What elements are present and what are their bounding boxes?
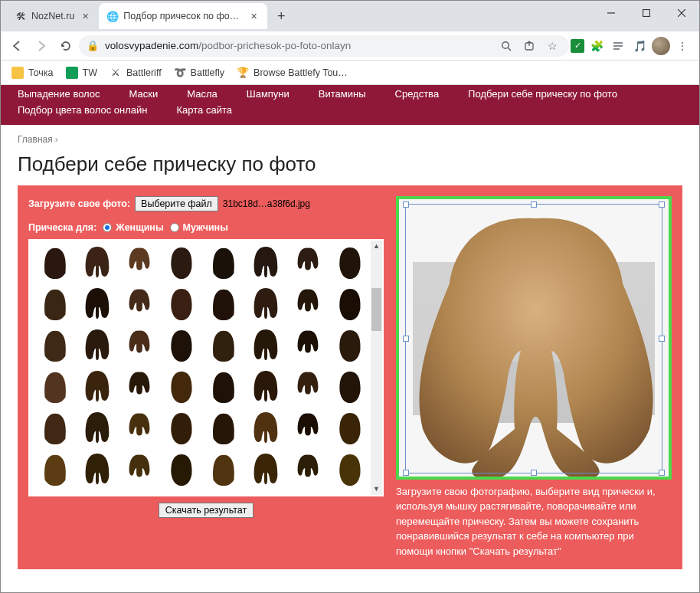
new-tab-button[interactable]: + xyxy=(270,5,292,27)
hairstyle-thumb[interactable] xyxy=(119,328,159,366)
breadcrumb: Главная› xyxy=(1,125,699,148)
maximize-button[interactable] xyxy=(629,1,664,25)
hairstyle-thumb[interactable] xyxy=(161,452,201,490)
reload-button[interactable] xyxy=(54,34,77,57)
hairstyle-thumb[interactable] xyxy=(161,245,201,283)
hairstyle-thumb[interactable] xyxy=(203,452,244,490)
hairstyle-overlay[interactable] xyxy=(407,207,660,480)
preview-area[interactable] xyxy=(396,196,672,480)
scrollbar[interactable]: ▲ ▼ xyxy=(371,241,382,495)
hairstyle-thumb[interactable] xyxy=(287,411,328,449)
back-button[interactable] xyxy=(5,34,28,57)
hairstyle-thumb[interactable] xyxy=(77,411,117,449)
hairstyle-thumb[interactable] xyxy=(161,287,201,325)
hairstyle-thumb[interactable] xyxy=(34,411,75,449)
page-content: Выпадение волос Маски Масла Шампуни Вита… xyxy=(1,85,699,592)
hairstyle-thumb[interactable] xyxy=(119,452,159,490)
nav-item[interactable]: Выпадение волос xyxy=(18,87,100,103)
hairstyle-thumb[interactable] xyxy=(77,452,117,490)
url-text: volosvypadenie.com/podbor-prichesok-po-f… xyxy=(105,40,491,51)
nav-item[interactable]: Подбери себе прическу по фото xyxy=(468,87,617,103)
hairstyle-thumb[interactable] xyxy=(329,452,370,490)
music-icon[interactable]: 🎵 xyxy=(630,37,649,55)
reading-list-icon[interactable] xyxy=(609,37,627,55)
tab-noznet[interactable]: 🛠 NozNet.ru ✕ xyxy=(7,3,99,29)
scroll-up-icon[interactable]: ▲ xyxy=(371,241,382,252)
hairstyle-thumb[interactable] xyxy=(34,245,75,283)
hairstyle-thumb[interactable] xyxy=(161,369,201,408)
close-window-button[interactable] xyxy=(664,1,699,25)
bookmark-tochka[interactable]: Точка xyxy=(7,64,58,82)
hairstyle-thumb[interactable] xyxy=(77,287,117,325)
hairstyle-thumb[interactable] xyxy=(119,245,159,283)
nav-item[interactable]: Витамины xyxy=(319,87,366,103)
scroll-thumb[interactable] xyxy=(371,288,381,331)
hairstyle-thumb[interactable] xyxy=(329,369,370,408)
profile-avatar[interactable] xyxy=(652,37,670,55)
hairstyle-thumb[interactable] xyxy=(203,328,244,366)
svg-point-4 xyxy=(502,41,509,48)
hairstyle-thumb[interactable] xyxy=(77,328,117,366)
nav-item[interactable]: Карта сайта xyxy=(177,103,232,119)
hairstyle-thumb[interactable] xyxy=(34,369,75,408)
hairstyle-thumb[interactable] xyxy=(203,411,244,449)
bookmark-battleriff[interactable]: ⚔Battleriff xyxy=(105,64,166,82)
radio-female[interactable] xyxy=(103,223,112,232)
hairstyle-thumb[interactable] xyxy=(287,287,328,325)
hairstyle-thumb[interactable] xyxy=(245,411,286,449)
hairstyle-thumb[interactable] xyxy=(329,287,370,325)
hairstyle-thumb[interactable] xyxy=(329,245,370,283)
bookmark-tw[interactable]: TW xyxy=(61,64,102,82)
hairstyle-thumb[interactable] xyxy=(203,287,244,325)
breadcrumb-home[interactable]: Главная xyxy=(18,134,53,145)
extensions-icon[interactable]: 🧩 xyxy=(587,37,606,55)
share-icon[interactable] xyxy=(520,37,538,55)
hairstyle-thumb[interactable] xyxy=(287,245,328,283)
hairstyle-thumb[interactable] xyxy=(245,287,286,325)
nav-item[interactable]: Шампуни xyxy=(247,87,289,103)
hairstyle-thumb[interactable] xyxy=(287,452,328,490)
nav-item[interactable]: Маски xyxy=(129,87,159,103)
hairstyle-thumb[interactable] xyxy=(245,245,286,283)
minimize-button[interactable] xyxy=(594,1,629,25)
nav-item[interactable]: Средства xyxy=(395,87,440,103)
forward-button[interactable] xyxy=(30,34,53,57)
extension-checkmark-icon[interactable]: ✓ xyxy=(571,39,584,53)
hairstyle-thumb[interactable] xyxy=(245,369,286,408)
star-icon[interactable]: ☆ xyxy=(543,37,561,55)
hairstyle-thumb[interactable] xyxy=(287,369,328,408)
close-icon[interactable]: ✕ xyxy=(247,10,260,22)
scroll-down-icon[interactable]: ▼ xyxy=(371,483,382,495)
hairstyle-thumb[interactable] xyxy=(119,411,159,449)
radio-male[interactable] xyxy=(170,223,179,232)
page-title: Подбери себе прическу по фото xyxy=(1,148,699,185)
hairstyle-thumb[interactable] xyxy=(287,328,328,366)
hairstyle-thumb[interactable] xyxy=(34,328,75,366)
hairstyle-thumb[interactable] xyxy=(161,411,201,449)
hairstyle-thumb[interactable] xyxy=(34,452,75,490)
hairstyle-thumb[interactable] xyxy=(161,328,201,366)
close-icon[interactable]: ✕ xyxy=(79,10,91,22)
hairstyle-thumb[interactable] xyxy=(34,287,75,325)
hairstyle-thumb[interactable] xyxy=(245,452,286,490)
bookmark-battlefy[interactable]: 🏆Browse Battlefy Tou… xyxy=(232,64,352,82)
hairstyle-thumb[interactable] xyxy=(203,369,244,408)
download-button[interactable]: Скачать результат xyxy=(159,503,254,518)
tab-title: Подбор причесок по фото онл xyxy=(123,11,243,21)
bookmark-battlefly[interactable]: ➰Battlefly xyxy=(169,64,229,82)
hairstyle-thumb[interactable] xyxy=(119,287,159,325)
hairstyle-thumb[interactable] xyxy=(245,328,286,366)
choose-file-button[interactable]: Выберите файл xyxy=(135,196,218,211)
hairstyle-thumb[interactable] xyxy=(329,328,370,366)
hairstyle-thumb[interactable] xyxy=(119,369,159,408)
address-bar[interactable]: 🔒 volosvypadenie.com/podbor-prichesok-po… xyxy=(79,35,569,57)
hairstyle-thumb[interactable] xyxy=(329,411,370,449)
search-icon[interactable] xyxy=(497,37,515,55)
nav-item[interactable]: Масла xyxy=(187,87,218,103)
nav-item[interactable]: Подбор цвета волос онлайн xyxy=(18,103,148,119)
tab-active[interactable]: 🌐 Подбор причесок по фото онл ✕ xyxy=(99,3,267,29)
hairstyle-thumb[interactable] xyxy=(77,369,117,408)
hairstyle-thumb[interactable] xyxy=(203,245,244,283)
hairstyle-thumb[interactable] xyxy=(77,245,117,283)
menu-icon[interactable]: ⋮ xyxy=(673,37,692,55)
